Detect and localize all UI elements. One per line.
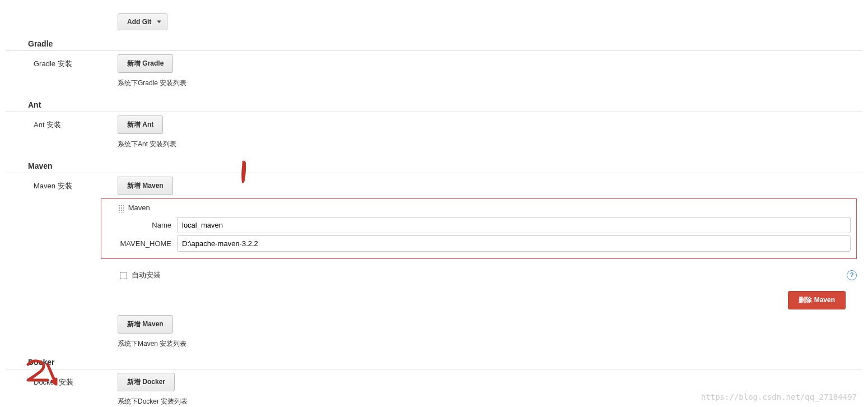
add-docker-button[interactable]: 新增 Docker <box>118 373 175 391</box>
docker-install-label: Docker 安装 <box>6 373 118 387</box>
ant-install-label: Ant 安装 <box>6 115 118 130</box>
maven-section-title: Maven <box>6 158 862 173</box>
maven-home-label: MAVEN_HOME <box>107 239 177 248</box>
maven-home-input[interactable] <box>177 235 851 252</box>
drag-handle-icon[interactable] <box>118 205 124 212</box>
maven-install-label: Maven 安装 <box>6 177 118 191</box>
maven-box-title: Maven <box>128 203 150 212</box>
docker-list-text: 系统下Docker 安装列表 <box>118 397 862 406</box>
ant-list-text: 系统下Ant 安装列表 <box>118 140 862 149</box>
maven-installation-box: Maven Name MAVEN_HOME <box>101 198 857 259</box>
add-maven-button[interactable]: 新增 Maven <box>118 177 173 195</box>
gradle-section-title: Gradle <box>6 36 862 51</box>
maven-name-label: Name <box>107 221 177 229</box>
add-maven-button-2[interactable]: 新增 Maven <box>118 315 173 334</box>
gradle-list-text: 系统下Gradle 安装列表 <box>118 78 862 88</box>
auto-install-label: 自动安装 <box>132 270 161 280</box>
ant-section-title: Ant <box>6 97 862 112</box>
delete-maven-button[interactable]: 删除 Maven <box>788 291 846 309</box>
add-git-button[interactable]: Add Git <box>118 13 167 30</box>
maven-name-input[interactable] <box>177 217 851 233</box>
add-ant-button[interactable]: 新增 Ant <box>118 115 163 134</box>
maven-list-text: 系统下Maven 安装列表 <box>118 339 862 349</box>
docker-section-title: Docker <box>6 354 862 369</box>
auto-install-checkbox[interactable] <box>120 272 127 279</box>
gradle-install-label: Gradle 安装 <box>6 54 118 69</box>
add-gradle-button[interactable]: 新增 Gradle <box>118 54 173 73</box>
help-icon[interactable]: ? <box>847 270 857 280</box>
